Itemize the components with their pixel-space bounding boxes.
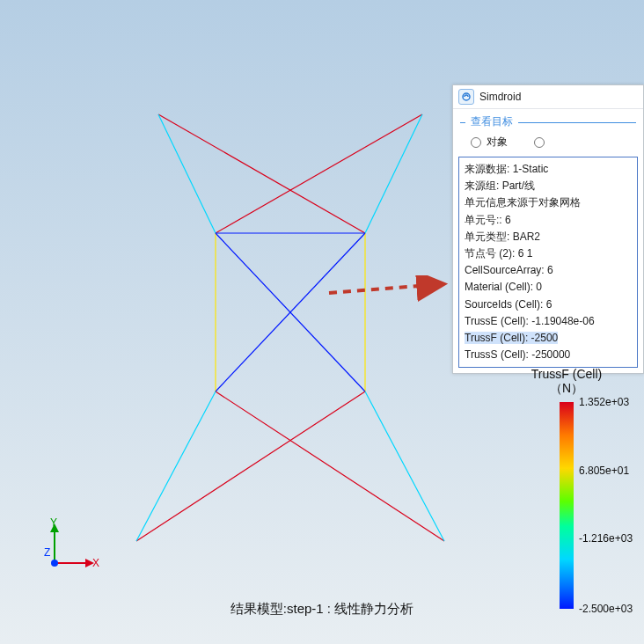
detail-row: 单元信息来源于对象网格 bbox=[465, 194, 632, 211]
detail-row: 单元类型: BAR2 bbox=[465, 229, 632, 245]
section-header: 查看目标 bbox=[453, 114, 643, 129]
target-radios: 对象 bbox=[453, 131, 643, 157]
axes-triad: X Y Z bbox=[44, 512, 106, 574]
app-name: Simdroid bbox=[479, 91, 521, 103]
svg-point-14 bbox=[463, 93, 470, 100]
popup-titlebar[interactable]: Simdroid bbox=[453, 85, 643, 109]
axis-y-label: Y bbox=[50, 516, 57, 529]
selection-details: 来源数据: 1-Static来源组: Part/线单元信息来源于对象网格单元号:… bbox=[458, 157, 638, 368]
svg-point-17 bbox=[51, 560, 58, 567]
legend-title1: TrussF (Cell) bbox=[514, 367, 619, 381]
radio-other[interactable] bbox=[534, 137, 545, 148]
legend-bar: 1.352e+03 6.805e+01 -1.216e+03 -2.500e+0… bbox=[560, 402, 574, 609]
axis-x-label: X bbox=[92, 557, 99, 569]
legend-tick: 6.805e+01 bbox=[579, 465, 629, 477]
legend-tick: -1.216e+03 bbox=[579, 532, 633, 545]
svg-line-3 bbox=[365, 114, 422, 233]
axis-z-label: Z bbox=[44, 546, 50, 559]
detail-row: TrussF (Cell): -2500 bbox=[465, 330, 632, 347]
svg-line-2 bbox=[158, 114, 216, 233]
radio-object[interactable]: 对象 bbox=[471, 135, 508, 150]
detail-row: SourceIds (Cell): 6 bbox=[465, 296, 632, 313]
svg-line-11 bbox=[136, 392, 216, 541]
radio-object-label: 对象 bbox=[487, 135, 508, 150]
detail-row: CellSourceArray: 6 bbox=[465, 262, 632, 279]
detail-row: 节点号 (2): 6 1 bbox=[465, 245, 632, 262]
svg-line-1 bbox=[216, 114, 422, 233]
detail-row: TrussE (Cell): -1.19048e-06 bbox=[465, 313, 632, 330]
app-icon bbox=[458, 89, 474, 105]
detail-row: 单元号:: 6 bbox=[465, 212, 632, 229]
legend-tick: 1.352e+03 bbox=[579, 396, 629, 408]
selection-popup[interactable]: Simdroid 查看目标 对象 来源数据: 1-Static来源组: Part… bbox=[452, 84, 644, 374]
result-model-label: 结果模型:step-1 : 线性静力分析 bbox=[0, 601, 644, 618]
legend-title2: （N） bbox=[514, 381, 619, 397]
color-legend: TrussF (Cell) （N） 1.352e+03 6.805e+01 -1… bbox=[514, 367, 619, 609]
radio-other-input[interactable] bbox=[534, 137, 545, 148]
radio-object-input[interactable] bbox=[471, 137, 481, 148]
section-title: 查看目标 bbox=[465, 115, 518, 128]
detail-row: TrussS (Cell): -250000 bbox=[465, 347, 632, 363]
detail-row: Material (Cell): 0 bbox=[465, 279, 632, 296]
detail-row: 来源组: Part/线 bbox=[465, 178, 632, 194]
svg-line-12 bbox=[365, 392, 444, 541]
viewport[interactable]: Simdroid 查看目标 对象 来源数据: 1-Static来源组: Part… bbox=[0, 0, 644, 644]
svg-line-0 bbox=[158, 114, 365, 233]
detail-row: 来源数据: 1-Static bbox=[465, 161, 632, 178]
